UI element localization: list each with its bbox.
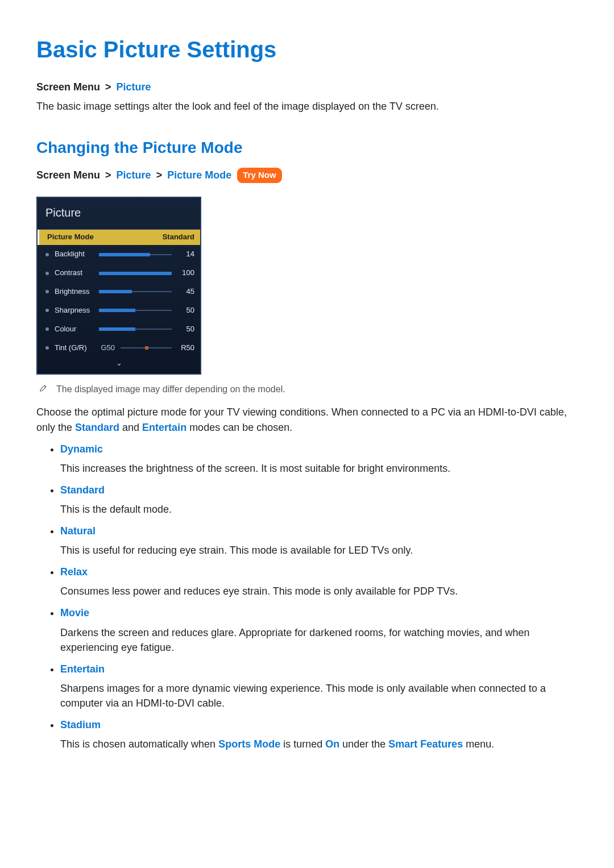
page-title: Basic Picture Settings: [36, 33, 578, 66]
highlight-smart-features: Smart Features: [388, 738, 463, 750]
highlight-standard: Standard: [75, 422, 119, 433]
mode-description: Darkens the screen and reduces glare. Ap…: [60, 625, 578, 655]
list-item: EntertainSharpens images for a more dyna…: [60, 662, 578, 711]
osd-label: Sharpness: [55, 305, 93, 316]
breadcrumb: Screen Menu > Picture > Picture Mode Try…: [36, 168, 578, 183]
text: modes can be chosen.: [186, 422, 292, 433]
osd-slider[interactable]: [99, 271, 172, 276]
text: This is chosen automatically when: [60, 738, 218, 750]
description-paragraph: Choose the optimal picture mode for your…: [36, 405, 578, 434]
modes-list: DynamicThis increases the brightness of …: [36, 442, 578, 752]
osd-value: 50: [177, 324, 194, 335]
osd-row[interactable]: Sharpness50: [38, 301, 200, 320]
try-now-badge[interactable]: Try Now: [237, 168, 281, 183]
osd-row[interactable]: Backlight14: [38, 245, 200, 264]
mode-name: Stadium: [60, 719, 101, 730]
note-text: The displayed image may differ depending…: [56, 383, 285, 396]
bullet-icon: [45, 327, 49, 331]
osd-value: 14: [177, 249, 194, 260]
osd-selected-row[interactable]: Picture Mode Standard: [38, 230, 200, 246]
breadcrumb-link-picture[interactable]: Picture: [117, 169, 151, 181]
osd-label: Contrast: [55, 268, 93, 279]
text: and: [119, 422, 142, 433]
osd-title: Picture: [38, 198, 200, 230]
list-item: RelaxConsumes less power and reduces eye…: [60, 564, 578, 599]
list-item: MovieDarkens the screen and reduces glar…: [60, 605, 578, 654]
osd-row[interactable]: Contrast100: [38, 264, 200, 283]
mode-description: Sharpens images for a more dynamic viewi…: [60, 681, 578, 711]
highlight-entertain: Entertain: [142, 422, 186, 433]
mode-name: Dynamic: [60, 443, 103, 455]
text: is turned: [280, 738, 325, 750]
breadcrumb-sep: >: [103, 169, 114, 181]
breadcrumb-link-picture[interactable]: Picture: [117, 81, 151, 93]
document-page: Basic Picture Settings Screen Menu > Pic…: [0, 0, 614, 868]
osd-panel: Picture Picture Mode Standard Backlight1…: [36, 197, 201, 375]
intro-text: The basic image settings alter the look …: [36, 99, 578, 114]
breadcrumb-link-picture-mode[interactable]: Picture Mode: [167, 169, 231, 181]
osd-slider[interactable]: [99, 252, 172, 257]
osd-label: Brightness: [55, 286, 93, 297]
list-item: DynamicThis increases the brightness of …: [60, 442, 578, 476]
highlight-on: On: [325, 738, 339, 750]
bullet-icon: [45, 309, 49, 312]
osd-row[interactable]: Brightness45: [38, 283, 200, 301]
bullet-icon: [45, 346, 49, 350]
bullet-icon: [45, 290, 49, 293]
mode-name: Entertain: [60, 663, 105, 675]
osd-value: 45: [177, 286, 194, 297]
mode-description: Consumes less power and reduces eye stra…: [60, 584, 578, 599]
bullet-icon: [45, 253, 49, 256]
mode-description: This is chosen automatically when Sports…: [60, 737, 578, 751]
osd-slider[interactable]: [121, 346, 172, 350]
osd-slider[interactable]: [99, 289, 172, 294]
mode-name: Standard: [60, 484, 105, 496]
note: The displayed image may differ depending…: [36, 383, 578, 396]
osd-value: 100: [177, 268, 194, 279]
osd-rows: Backlight14Contrast100Brightness45Sharpn…: [38, 245, 200, 338]
list-item: StandardThis is the default mode.: [60, 483, 578, 517]
osd-selected-label: Picture Mode: [47, 232, 94, 243]
osd-row[interactable]: Colour50: [38, 320, 200, 339]
mode-name: Movie: [60, 607, 89, 618]
mode-name: Natural: [60, 525, 96, 537]
breadcrumb: Screen Menu > Picture: [36, 80, 578, 94]
mode-name: Relax: [60, 566, 88, 578]
list-item: StadiumThis is chosen automatically when…: [60, 717, 578, 751]
osd-slider[interactable]: [99, 327, 172, 331]
osd-label: Colour: [55, 324, 93, 335]
mode-description: This is useful for reducing eye strain. …: [60, 543, 578, 558]
breadcrumb-sep: >: [154, 169, 165, 181]
mode-description: This is the default mode.: [60, 502, 578, 517]
osd-selected-value: Standard: [163, 232, 194, 243]
breadcrumb-sep: >: [103, 81, 114, 93]
bullet-icon: [45, 272, 49, 275]
section-title: Changing the Picture Mode: [36, 136, 578, 160]
highlight-sports-mode: Sports Mode: [218, 738, 280, 750]
breadcrumb-root: Screen Menu: [36, 81, 100, 93]
osd-value: 50: [177, 305, 194, 316]
osd-label: Backlight: [55, 249, 93, 260]
text: under the: [339, 738, 388, 750]
mode-description: This increases the brightness of the scr…: [60, 461, 578, 476]
osd-row-tint[interactable]: Tint (G/R) G50 R50: [38, 339, 200, 358]
osd-tint-left: G50: [99, 343, 115, 354]
pencil-icon: [39, 384, 47, 392]
list-item: NaturalThis is useful for reducing eye s…: [60, 524, 578, 558]
osd-label: Tint (G/R): [55, 343, 93, 354]
osd-slider[interactable]: [99, 308, 172, 313]
breadcrumb-root: Screen Menu: [36, 169, 100, 181]
osd-tint-right: R50: [177, 343, 194, 354]
chevron-down-icon[interactable]: ⌄: [38, 357, 200, 373]
text: menu.: [463, 738, 494, 750]
